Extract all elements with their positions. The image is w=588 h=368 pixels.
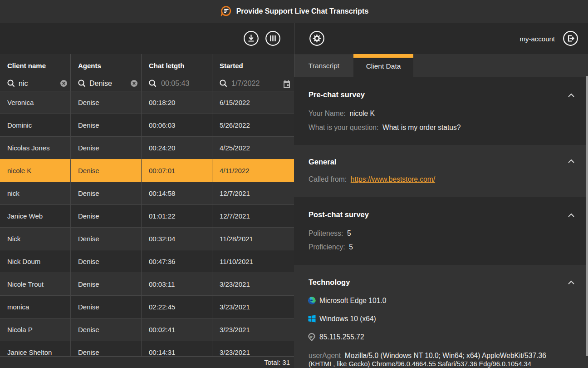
svg-text:IP: IP xyxy=(310,334,313,338)
